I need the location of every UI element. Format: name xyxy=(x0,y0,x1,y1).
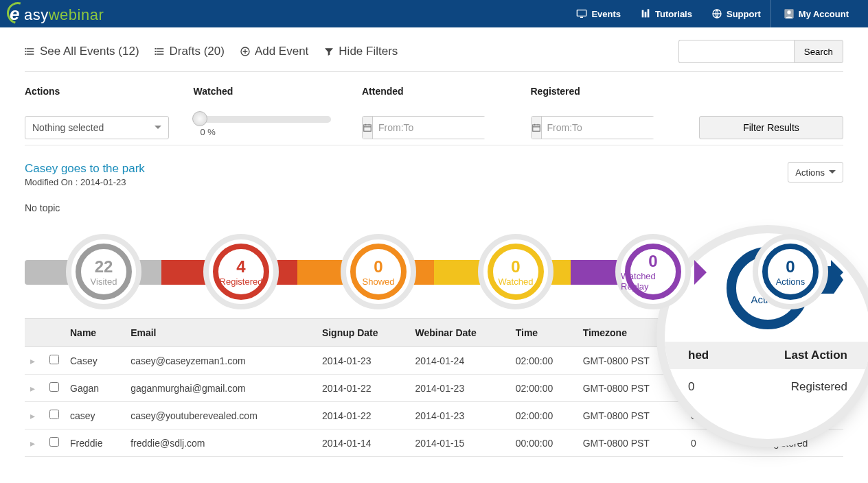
hide-filters-link[interactable]: Hide Filters xyxy=(323,45,398,58)
filter-results-button[interactable]: Filter Results xyxy=(699,116,843,139)
funnel-circle-showed[interactable]: 0Showed xyxy=(341,234,416,309)
funnel-value: 22 xyxy=(95,257,113,276)
col-c1 xyxy=(44,319,65,347)
col-c0 xyxy=(25,319,44,347)
funnel-label: Registered xyxy=(220,276,263,287)
attended-date-input[interactable] xyxy=(362,116,486,139)
top-nav: easywebinar Events Tutorials Support My … xyxy=(0,0,868,27)
see-all-events-link[interactable]: See All Events (12) xyxy=(25,45,139,58)
event-actions-button[interactable]: Actions xyxy=(788,162,843,182)
svg-rect-1 xyxy=(580,17,583,18)
svg-rect-0 xyxy=(578,10,586,16)
filter-icon xyxy=(323,46,334,57)
funnel-label: Visited xyxy=(91,276,117,287)
monitor-icon xyxy=(576,8,587,19)
row-checkbox[interactable] xyxy=(49,410,59,419)
col-email: Email xyxy=(125,319,317,347)
funnel-value: 0 xyxy=(786,257,795,276)
actions-select[interactable]: Nothing selected xyxy=(25,116,169,139)
nav-events[interactable]: Events xyxy=(567,0,630,27)
nav-support[interactable]: Support xyxy=(702,0,770,27)
funnel-label: Watched xyxy=(499,276,534,287)
attended-filter-label: Attended xyxy=(362,86,514,97)
svg-point-13 xyxy=(155,54,156,55)
registered-date-input[interactable] xyxy=(531,116,654,139)
cell-signup: 2014-01-22 xyxy=(317,375,410,402)
watched-value: 0 % xyxy=(201,127,346,137)
col-time: Time xyxy=(510,319,578,347)
add-event-link[interactable]: Add Event xyxy=(240,45,308,58)
watched-slider[interactable] xyxy=(194,116,331,123)
cell-webinar: 2014-01-23 xyxy=(410,375,510,402)
cell-name: casey xyxy=(65,402,125,429)
row-checkbox-cell xyxy=(44,429,65,457)
nav-tutorials[interactable]: Tutorials xyxy=(630,0,702,27)
col-webinar-date: Webinar Date xyxy=(410,319,510,347)
svg-point-12 xyxy=(155,51,156,52)
bars-icon xyxy=(640,8,651,19)
actions-filter-label: Actions xyxy=(25,86,177,97)
funnel-circle-actions[interactable]: 0Actions xyxy=(753,234,828,309)
event-modified: Modified On : 2014-01-23 xyxy=(25,177,145,187)
calendar-icon xyxy=(532,123,541,132)
cell-timezone: GMT-0800 PST xyxy=(578,429,685,457)
nav-events-label: Events xyxy=(591,9,621,19)
cell-time: 02:00:00 xyxy=(510,375,578,402)
calendar-icon xyxy=(363,123,372,132)
event-title[interactable]: Casey goes to the park xyxy=(25,162,145,176)
cell-time: 02:00:00 xyxy=(510,347,578,375)
expand-toggle[interactable]: ▸ xyxy=(25,347,44,375)
cell-signup: 2014-01-22 xyxy=(317,402,410,429)
chevron-down-icon xyxy=(829,170,836,177)
funnel-circle-visited[interactable]: 22Visited xyxy=(66,234,141,309)
search-input[interactable] xyxy=(678,40,794,63)
nav-my-account[interactable]: My Account xyxy=(770,0,858,27)
funnel-circle-watched-replay[interactable]: 0Watched Replay xyxy=(615,234,691,309)
search-button[interactable]: Search xyxy=(794,40,843,63)
svg-point-9 xyxy=(25,51,26,52)
svg-point-10 xyxy=(25,54,26,55)
funnel-value: 0 xyxy=(374,257,382,276)
cell-email: freddie@sdlj.com xyxy=(125,429,317,457)
hide-filters-label: Hide Filters xyxy=(339,45,398,58)
mag-row-watched: 0 xyxy=(688,380,694,394)
svg-rect-2 xyxy=(642,10,644,18)
expand-toggle[interactable]: ▸ xyxy=(25,429,44,457)
cell-name: Casey xyxy=(65,347,125,375)
cell-email: casey@youtuberevealed.com xyxy=(125,402,317,429)
expand-toggle[interactable]: ▸ xyxy=(25,375,44,402)
watched-filter-label: Watched xyxy=(194,86,346,97)
registered-date-field[interactable] xyxy=(542,117,673,139)
funnel-circle-watched[interactable]: 0Watched xyxy=(478,234,553,309)
chevron-down-icon xyxy=(155,126,161,132)
plus-circle-icon xyxy=(240,46,251,57)
mag-row-last-action: Registered xyxy=(791,380,847,394)
filters-row: Actions Nothing selected Watched 0 % Att… xyxy=(25,72,843,145)
cell-signup: 2014-01-23 xyxy=(317,347,410,375)
mag-header-watched: hed xyxy=(688,349,709,362)
funnel-label: Watched Replay xyxy=(621,271,685,292)
cell-signup: 2014-01-14 xyxy=(317,429,410,457)
row-checkbox-cell xyxy=(44,375,65,402)
svg-rect-3 xyxy=(645,12,647,17)
drafts-link[interactable]: Drafts (20) xyxy=(155,45,225,58)
add-event-label: Add Event xyxy=(255,45,308,58)
nav-support-label: Support xyxy=(727,9,761,19)
funnel-value: 4 xyxy=(236,257,245,276)
funnel-value: 0 xyxy=(648,252,657,271)
row-checkbox[interactable] xyxy=(49,355,59,364)
list-icon xyxy=(25,46,36,57)
slider-knob[interactable] xyxy=(192,111,207,126)
cell-time: 00:00:00 xyxy=(510,429,578,457)
event-actions-label: Actions xyxy=(795,167,825,178)
svg-rect-16 xyxy=(532,125,540,131)
row-checkbox[interactable] xyxy=(49,437,59,447)
cell-name: Gagan xyxy=(65,375,125,402)
attended-date-field[interactable] xyxy=(373,117,504,139)
cell-email: gaganmurghai@gmail.com xyxy=(125,375,317,402)
event-no-topic: No topic xyxy=(25,202,843,213)
svg-point-8 xyxy=(25,48,26,49)
funnel-circle-registered[interactable]: 4Registered xyxy=(203,234,279,309)
row-checkbox[interactable] xyxy=(49,382,59,392)
expand-toggle[interactable]: ▸ xyxy=(25,402,44,429)
